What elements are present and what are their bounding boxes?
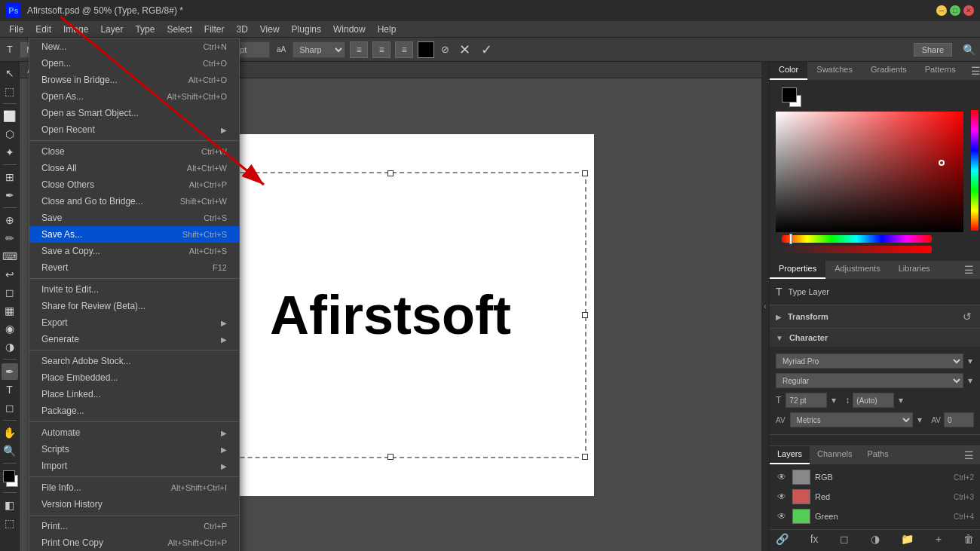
tab-swatches[interactable]: Swatches [807,62,862,80]
pen-tool[interactable]: ✒ [2,363,18,380]
quick-select-tool[interactable]: ✦ [2,144,18,161]
menu-package[interactable]: Package... [29,403,239,419]
menu-version-history[interactable]: Version History [29,496,239,513]
menu-open[interactable]: Open... Ctrl+O [29,55,239,72]
menu-3d[interactable]: 3D [230,23,253,36]
menu-image[interactable]: Image [57,23,94,36]
healing-tool[interactable]: ⊕ [2,212,18,228]
canvas-text[interactable]: Afirstsoft [270,284,511,346]
font-size-props-input[interactable] [786,393,827,408]
tab-gradients[interactable]: Gradients [862,62,916,80]
handle-bottom-right[interactable] [582,454,588,460]
foreground-color[interactable] [3,470,15,482]
menu-print[interactable]: Print... Ctrl+P [29,518,239,534]
props-panel-menu-button[interactable]: ☰ [958,261,980,279]
commit-text-button[interactable]: ✓ [478,41,495,58]
text-color-swatch[interactable] [418,41,434,58]
layer-visibility-red[interactable]: 👁 [776,491,788,503]
character-header[interactable]: ▼ Character [770,329,980,347]
menu-open-recent[interactable]: Open Recent ▶ [29,121,239,138]
minimize-button[interactable]: ─ [936,5,947,16]
color-panel-menu-button[interactable]: ☰ [965,62,980,80]
menu-print-one[interactable]: Print One Copy Alt+Shift+Ctrl+P [29,534,239,551]
hue-slider[interactable] [782,235,932,243]
tab-adjustments[interactable]: Adjustments [825,261,890,279]
transform-reset-button[interactable]: ↺ [960,310,974,323]
menu-open-as[interactable]: Open As... Alt+Shift+Ctrl+O [29,88,239,105]
leading-arrow[interactable]: ▾ [897,395,905,406]
lasso-tool[interactable]: ⬡ [2,126,18,142]
layers-group-button[interactable]: 📁 [901,533,914,545]
menu-filter[interactable]: Filter [198,23,231,36]
menu-close-all[interactable]: Close All Alt+Ctrl+W [29,160,239,176]
window-controls[interactable]: ─ □ ✕ [936,5,974,16]
tracking-arrow[interactable]: ▾ [916,415,923,425]
kerning-input[interactable] [944,412,974,427]
menu-help[interactable]: Help [372,23,403,36]
foreground-color-swatch[interactable] [782,87,797,103]
shape-tool[interactable]: ◻ [2,399,18,416]
move-tool[interactable]: ↖ [2,65,18,81]
menu-invite[interactable]: Invite to Edit... [29,281,239,298]
align-center-button[interactable]: ≡ [372,41,390,58]
cancel-text-button[interactable]: ✕ [456,41,473,58]
handle-top-right[interactable] [582,170,588,176]
menu-type[interactable]: Type [129,23,161,36]
hand-tool[interactable]: ✋ [2,424,18,441]
menu-save-as[interactable]: Save As... Shift+Ctrl+S [29,226,239,243]
menu-browse-bridge[interactable]: Browse in Bridge... Alt+Ctrl+O [29,72,239,88]
layers-fx-button[interactable]: fx [810,533,819,545]
menu-share-review[interactable]: Share for Review (Beta)... [29,298,239,314]
layers-add-button[interactable]: + [936,533,942,545]
leading-input[interactable] [853,393,894,408]
handle-top-middle[interactable] [387,170,394,176]
menu-layer[interactable]: Layer [94,23,129,36]
maximize-button[interactable]: □ [950,5,960,16]
layer-visibility-green[interactable]: 👁 [776,510,788,522]
tab-paths[interactable]: Paths [860,446,896,464]
handle-middle-right[interactable] [582,312,588,318]
align-left-button[interactable]: ≡ [350,41,368,58]
menu-file-info[interactable]: File Info... Alt+Shift+Ctrl+I [29,479,239,496]
menu-file[interactable]: File [3,23,29,36]
font-style-props-select[interactable]: Regular [776,373,963,388]
clone-tool[interactable]: ⌨ [2,248,18,265]
menu-generate[interactable]: Generate ▶ [29,331,239,347]
menu-place-linked[interactable]: Place Linked... [29,386,239,403]
aa-mode-select[interactable]: Sharp [292,41,345,58]
history-brush-tool[interactable]: ↩ [2,266,18,283]
marquee-tool[interactable]: ⬜ [2,108,18,124]
layers-panel-menu-button[interactable]: ☰ [958,446,980,464]
panel-collapse-button[interactable]: ‹ [761,62,769,551]
zoom-tool[interactable]: 🔍 [2,442,18,459]
tab-channels[interactable]: Channels [810,446,859,464]
layers-adjustment-button[interactable]: ◑ [871,533,880,545]
menu-save-copy[interactable]: Save a Copy... Alt+Ctrl+S [29,243,239,259]
eraser-tool[interactable]: ◻ [2,284,18,301]
menu-new[interactable]: New... Ctrl+N [29,38,239,55]
screen-mode-tool[interactable]: ⬚ [2,515,18,531]
font-family-props-select[interactable]: Myriad Pro [776,354,963,369]
font-family-expand-button[interactable]: ▾ [966,356,974,366]
menu-export[interactable]: Export ▶ [29,314,239,331]
menu-close-bridge[interactable]: Close and Go to Bridge... Shift+Ctrl+W [29,193,239,210]
text-tool[interactable]: T [2,381,18,398]
menu-plugins[interactable]: Plugins [286,23,327,36]
tab-color[interactable]: Color [770,62,807,80]
search-icon[interactable]: 🔍 [963,44,975,56]
menu-window[interactable]: Window [327,23,372,36]
eyedropper-tool[interactable]: ✒ [2,187,18,204]
quick-mask-tool[interactable]: ◧ [2,497,18,513]
artboard-tool[interactable]: ⬚ [2,83,18,99]
color-spectrum[interactable] [776,112,963,232]
gradient-tool[interactable]: ▦ [2,302,18,319]
menu-place-embedded[interactable]: Place Embedded... [29,369,239,386]
dodge-tool[interactable]: ◑ [2,338,18,355]
layers-link-button[interactable]: 🔗 [776,533,789,545]
layer-visibility-rgb[interactable]: 👁 [776,471,788,483]
handle-bottom-middle[interactable] [387,454,394,460]
menu-revert[interactable]: Revert F12 [29,259,239,276]
menu-open-smart[interactable]: Open as Smart Object... [29,105,239,121]
close-button[interactable]: ✕ [963,5,974,16]
layer-row-red[interactable]: 👁 Red Ctrl+3 [773,487,977,507]
